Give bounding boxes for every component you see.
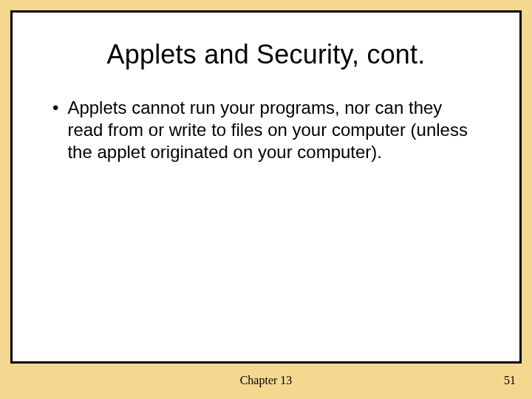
slide-title: Applets and Security, cont. (42, 39, 490, 70)
footer-page-number: 51 (504, 374, 516, 387)
slide-footer: Chapter 13 51 (0, 374, 532, 392)
bullet-item: • Applets cannot run your programs, nor … (42, 97, 490, 163)
bullet-text: Applets cannot run your programs, nor ca… (67, 97, 481, 163)
footer-center-text: Chapter 13 (0, 374, 532, 387)
slide-content-frame: Applets and Security, cont. • Applets ca… (10, 10, 522, 364)
bullet-marker: • (52, 97, 58, 119)
